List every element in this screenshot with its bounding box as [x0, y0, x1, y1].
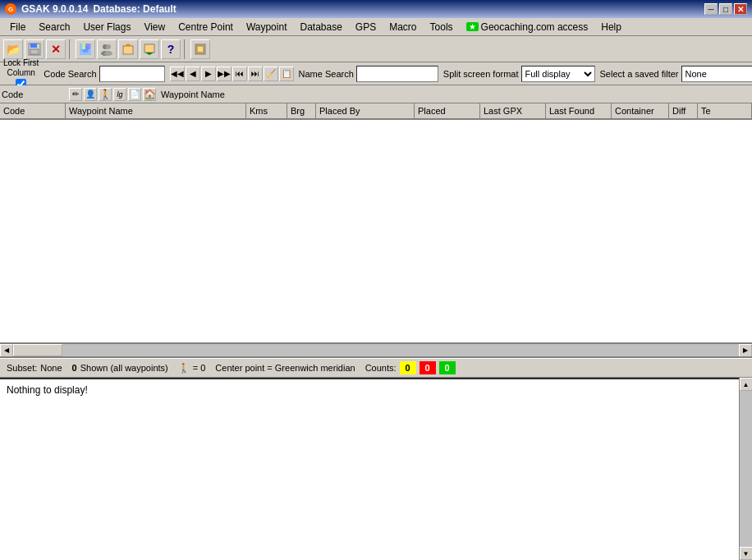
svg-point-10	[104, 51, 112, 56]
col-user-icon[interactable]: 👤	[84, 88, 97, 101]
table-header: Code Waypoint Name Kms Brg Placed By Pla…	[0, 103, 752, 120]
th-brg[interactable]: Brg	[287, 103, 316, 118]
menu-search[interactable]: Search	[32, 18, 76, 35]
toolbar-open-btn[interactable]: 📂	[3, 39, 23, 59]
svg-rect-11	[123, 46, 133, 54]
status-bar: Subset: None 0 Shown (all waypoints) 🚶 =…	[0, 358, 752, 378]
toolbar-import-btn[interactable]	[140, 39, 159, 59]
count-yellow-value: 0	[405, 363, 410, 373]
code-search-group: Code Search	[44, 66, 164, 82]
toolbar-help-btn[interactable]: ?	[161, 39, 181, 59]
nav-prev2-btn[interactable]: ⏮	[232, 67, 247, 81]
th-te[interactable]: Te	[698, 103, 752, 118]
th-placed[interactable]: Placed	[415, 103, 480, 118]
person-count: = 0	[193, 363, 206, 373]
toolbar-map-btn[interactable]	[76, 39, 95, 59]
lower-scroll-up[interactable]: ▲	[740, 378, 753, 391]
lower-panel-container: Nothing to display! ▲ ▼	[0, 378, 752, 560]
shown-count: 0	[72, 363, 77, 373]
code-column-label: Code	[2, 90, 23, 99]
nav-controls: ◀◀ ◀ ▶ ▶▶ ⏮ ⏭ 🧹 📋	[170, 67, 294, 81]
nav-clear-btn[interactable]: 🧹	[264, 67, 278, 81]
counts-segment: Counts: 0 0 0	[365, 361, 456, 374]
svg-point-8	[106, 44, 111, 49]
count-red-value: 0	[424, 363, 429, 373]
menu-view[interactable]: View	[137, 18, 172, 35]
menu-gps[interactable]: GPS	[349, 18, 383, 35]
th-kms[interactable]: Kms	[246, 103, 287, 118]
split-screen-group: Split screen format Full display Split h…	[443, 66, 595, 82]
table-body[interactable]	[0, 120, 752, 343]
col-lg-icon[interactable]: lg	[113, 88, 126, 101]
scroll-thumb[interactable]	[13, 344, 62, 356]
subset-label: Subset:	[7, 363, 37, 373]
col-edit-icon[interactable]: ✏	[69, 88, 82, 101]
col-person-icon[interactable]: 🚶	[99, 88, 112, 101]
center-label: Center point = Greenwich meridian	[215, 363, 355, 373]
name-search-input[interactable]	[356, 66, 438, 82]
waypoint-name-col-label: Waypoint Name	[161, 90, 225, 99]
menu-bar: File Search User Flags View Centre Point…	[0, 18, 752, 36]
code-search-input[interactable]	[99, 66, 165, 82]
toolbar-users-btn[interactable]	[97, 39, 117, 59]
th-diff[interactable]: Diff	[669, 103, 698, 118]
name-search-label: Name Search	[299, 69, 354, 79]
nav-first-btn[interactable]: ◀◀	[170, 67, 185, 81]
lock-column-label: Lock FirstColumn	[3, 58, 39, 78]
th-last-found[interactable]: Last Found	[546, 103, 612, 118]
menu-geocaching[interactable]: ★ Geocaching.com access	[460, 18, 595, 35]
nav-last-btn[interactable]: ▶▶	[217, 67, 232, 81]
menu-user-flags[interactable]: User Flags	[76, 18, 137, 35]
th-last-gpx[interactable]: Last GPX	[480, 103, 546, 118]
lower-scroll-track[interactable]	[740, 391, 752, 547]
scroll-right-btn[interactable]: ▶	[739, 344, 752, 357]
toolbar-export-btn[interactable]	[118, 39, 138, 59]
lock-first-column-group: Lock FirstColumn	[3, 58, 39, 90]
th-placed-by[interactable]: Placed By	[316, 103, 415, 118]
table-area: ◀ ▶	[0, 120, 752, 358]
split-screen-select[interactable]: Full display Split horizontal Split vert…	[521, 66, 595, 82]
nav-next2-btn[interactable]: ⏭	[248, 67, 263, 81]
toolbar-save-btn[interactable]	[25, 39, 44, 59]
svg-rect-16	[198, 47, 203, 52]
menu-help[interactable]: Help	[594, 18, 628, 35]
toolbar-settings-btn[interactable]	[190, 39, 210, 59]
col-doc-icon[interactable]: 📄	[128, 88, 141, 101]
maximize-button[interactable]: □	[719, 3, 732, 15]
lower-scroll-down[interactable]: ▼	[740, 547, 753, 560]
menu-tools[interactable]: Tools	[424, 18, 460, 35]
toolbar-sep2	[184, 39, 187, 59]
title-bar: G GSAK 9.0.0.14 Database: Default ─ □ ✕	[0, 0, 752, 18]
menu-centre-point[interactable]: Centre Point	[172, 18, 240, 35]
minimize-button[interactable]: ─	[704, 3, 718, 15]
person-segment: 🚶 = 0	[178, 363, 206, 374]
menu-file[interactable]: File	[3, 18, 32, 35]
th-code[interactable]: Code	[0, 103, 66, 118]
toolbar-delete-btn[interactable]: ✕	[46, 39, 66, 59]
th-container[interactable]: Container	[612, 103, 669, 118]
count-green-value: 0	[444, 363, 449, 373]
col-waypoint-icon[interactable]: 🏠	[143, 88, 156, 101]
lower-panel: Nothing to display!	[0, 378, 752, 560]
split-screen-label: Split screen format	[443, 69, 519, 79]
filter-row: Lock FirstColumn Code Search ◀◀ ◀ ▶ ▶▶ ⏮…	[0, 62, 752, 85]
scroll-left-btn[interactable]: ◀	[0, 344, 13, 357]
count-green-box: 0	[439, 361, 456, 374]
nav-next-btn[interactable]: ▶	[201, 67, 216, 81]
th-waypoint-name[interactable]: Waypoint Name	[66, 103, 246, 118]
shown-segment: 0 Shown (all waypoints)	[72, 363, 168, 373]
saved-filter-select[interactable]: None	[681, 66, 752, 82]
nav-copy-btn[interactable]: 📋	[279, 67, 294, 81]
close-button[interactable]: ✕	[734, 3, 747, 15]
app-title: GSAK 9.0.0.14	[21, 3, 88, 15]
saved-filter-group: Select a saved filter None	[600, 66, 752, 82]
svg-marker-14	[145, 53, 154, 55]
table-header-area: Code ✏ 👤 🚶 lg 📄 🏠 Waypoint Name Code Way…	[0, 85, 752, 120]
nav-prev-btn[interactable]: ◀	[186, 67, 200, 81]
horizontal-scrollbar[interactable]: ◀ ▶	[0, 343, 752, 356]
menu-macro[interactable]: Macro	[383, 18, 423, 35]
code-search-label: Code Search	[44, 69, 96, 79]
menu-database[interactable]: Database	[293, 18, 348, 35]
scroll-track[interactable]	[13, 344, 739, 356]
menu-waypoint[interactable]: Waypoint	[240, 18, 294, 35]
